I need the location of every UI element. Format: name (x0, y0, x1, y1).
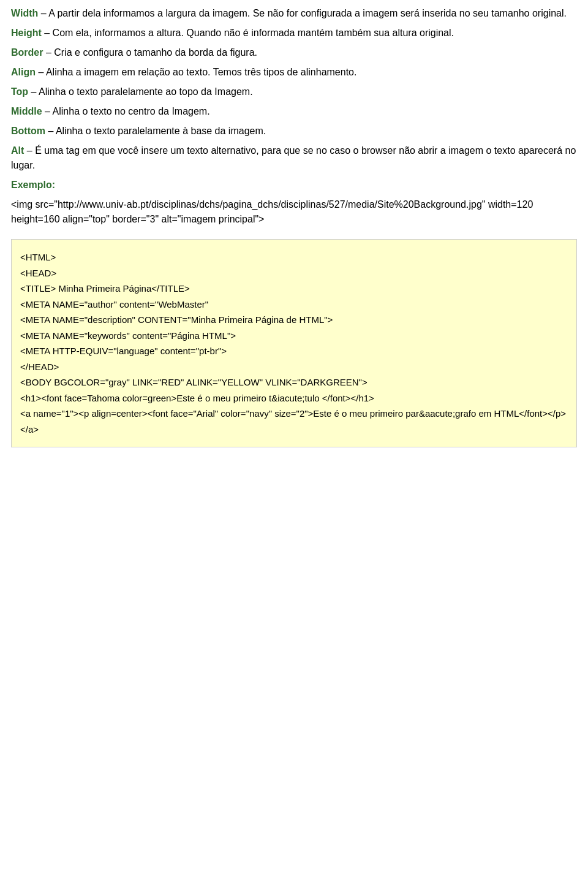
border-paragraph: Border – Cria e configura o tamanho da b… (11, 45, 577, 60)
middle-dash: – (42, 106, 53, 116)
code-line-7: </HEAD> (20, 359, 568, 375)
exemplo-label: Exemplo: (11, 180, 55, 190)
code-block: <HTML> <HEAD> <TITLE> Minha Primeira Pág… (11, 239, 577, 447)
middle-text: Alinha o texto no centro da Imagem. (53, 106, 210, 116)
code-line-0: <HTML> (20, 249, 568, 265)
exemplo-code-paragraph: <img src="http://www.univ-ab.pt/discipli… (11, 197, 577, 227)
border-keyword: Border (11, 47, 43, 58)
align-paragraph: Align – Alinha a imagem em relação ao te… (11, 65, 577, 80)
top-text: Alinha o texto paralelamente ao topo da … (39, 86, 253, 97)
align-keyword: Align (11, 67, 36, 77)
width-dash: – (38, 8, 48, 18)
middle-paragraph: Middle – Alinha o texto no centro da Ima… (11, 104, 577, 119)
code-line-6: <META HTTP-EQUIV="language" content="pt-… (20, 343, 568, 359)
code-line-5: <META NAME="keywords" content="Página HT… (20, 328, 568, 344)
height-text: Com ela, informamos a altura. Quando não… (53, 28, 454, 38)
alt-dash: – (24, 145, 35, 156)
top-paragraph: Top – Alinha o texto paralelamente ao to… (11, 85, 577, 99)
code-line-2: <TITLE> Minha Primeira Página</TITLE> (20, 281, 568, 297)
exemplo-label-paragraph: Exemplo: (11, 178, 577, 192)
bottom-keyword: Bottom (11, 126, 45, 136)
width-paragraph: Width – A partir dela informamos a largu… (11, 6, 577, 21)
height-keyword: Height (11, 28, 42, 38)
bottom-dash: – (45, 126, 56, 136)
code-line-10: <a name="1"><p align=center><font face="… (20, 406, 568, 437)
align-text: Alinha a imagem em relação ao texto. Tem… (46, 67, 357, 77)
height-dash: – (42, 28, 53, 38)
content-area: Width – A partir dela informamos a largu… (11, 6, 577, 447)
align-dash: – (36, 67, 46, 77)
exemplo-code-line1: <img src="http://www.univ-ab.pt/discipli… (11, 199, 533, 224)
width-text: A partir dela informamos a largura da im… (48, 8, 567, 18)
code-line-4: <META NAME="description" CONTENT="Minha … (20, 312, 568, 328)
height-paragraph: Height – Com ela, informamos a altura. Q… (11, 26, 577, 40)
code-line-8: <BODY BGCOLOR="gray" LINK="RED" ALINK="Y… (20, 374, 568, 390)
alt-text: É uma tag em que você insere um texto al… (11, 145, 576, 170)
alt-keyword: Alt (11, 145, 24, 156)
middle-keyword: Middle (11, 106, 42, 116)
code-line-1: <HEAD> (20, 265, 568, 281)
code-line-3: <META NAME="author" content="WebMaster" (20, 297, 568, 313)
alt-paragraph: Alt – É uma tag em que você insere um te… (11, 143, 577, 173)
top-keyword: Top (11, 86, 28, 97)
width-keyword: Width (11, 8, 38, 18)
code-line-9: <h1><font face=Tahoma color=green>Este é… (20, 390, 568, 406)
border-text: Cria e configura o tamanho da borda da f… (54, 47, 257, 58)
bottom-paragraph: Bottom – Alinha o texto paralelamente à … (11, 124, 577, 139)
top-dash: – (28, 86, 39, 97)
bottom-text: Alinha o texto paralelamente à base da i… (56, 126, 266, 136)
border-dash: – (43, 47, 54, 58)
